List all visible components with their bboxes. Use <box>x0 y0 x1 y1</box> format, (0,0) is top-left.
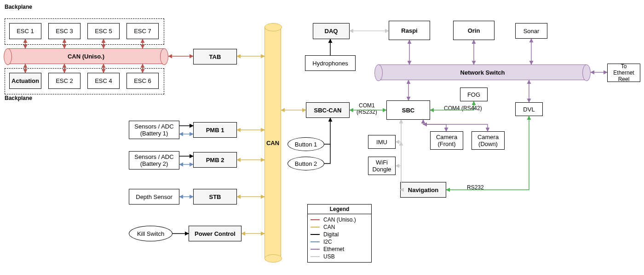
legend-label-5: USB <box>323 253 335 260</box>
backplane-label-top: Backplane <box>5 4 32 10</box>
button1-node: Button 1 <box>288 137 324 151</box>
ethernet-reel-node: To Ethernet Reel <box>607 64 640 82</box>
can-uniso-bus: CAN (Uniso.) <box>4 48 168 64</box>
rs232-label: RS232 <box>467 184 484 191</box>
tab-node: TAB <box>193 49 237 64</box>
legend-label-0: CAN (Uniso.) <box>323 216 356 223</box>
esc3-node: ESC 3 <box>48 23 80 39</box>
daq-node: DAQ <box>313 23 350 39</box>
esc4-node: ESC 4 <box>87 73 120 89</box>
power-control-node: Power Control <box>189 226 242 241</box>
sonar-node: Sonar <box>515 23 547 39</box>
can-label: CAN <box>266 140 279 146</box>
dvl-node: DVL <box>515 102 543 116</box>
esc1-node: ESC 1 <box>9 23 41 39</box>
com4-label: COM4 (RS442) <box>444 105 482 111</box>
hydrophones-node: Hydrophones <box>305 55 356 71</box>
actuation-node: Actuation <box>9 73 41 89</box>
fog-node: FOG <box>460 88 488 101</box>
depth-sensor-node: Depth Sensor <box>129 189 179 205</box>
kill-switch-node: Kill Switch <box>129 226 172 241</box>
esc2-node: ESC 2 <box>48 73 80 89</box>
pmb1-node: PMB 1 <box>193 122 237 138</box>
legend-swatch-0 <box>310 219 320 220</box>
legend-label-3: I2C <box>323 239 332 245</box>
legend-label-1: CAN <box>323 224 335 230</box>
backplane-label-bottom: Backplane <box>5 95 32 101</box>
esc6-node: ESC 6 <box>126 73 159 89</box>
com1-label: COM1 (RS232) <box>356 102 377 115</box>
button2-node: Button 2 <box>288 157 324 170</box>
sbc-node: SBC <box>386 100 430 120</box>
legend-label-2: Digital <box>323 231 339 238</box>
camera-front-node: Camera (Front) <box>430 131 463 150</box>
legend-swatch-4 <box>310 249 320 250</box>
imu-node: IMU <box>368 135 396 149</box>
sbc-can-node: SBC-CAN <box>306 102 350 118</box>
legend-swatch-2 <box>310 234 320 235</box>
legend-label-4: Ethernet <box>323 246 344 252</box>
navigation-node: Navigation <box>400 182 446 198</box>
legend-swatch-3 <box>310 241 320 242</box>
legend-box: Legend CAN (Uniso.) CAN Digital I2C Ethe… <box>307 204 372 263</box>
sensors-adc1-node: Sensors / ADC (Battery 1) <box>129 121 179 139</box>
sensors-adc2-node: Sensors / ADC (Battery 2) <box>129 151 179 170</box>
esc5-node: ESC 5 <box>87 23 120 39</box>
network-switch-label: Network Switch <box>460 69 505 76</box>
legend-title: Legend <box>308 205 371 214</box>
network-switch-bus: Network Switch <box>374 64 591 80</box>
esc7-node: ESC 7 <box>126 23 159 39</box>
raspi-node: Raspi <box>389 21 430 40</box>
can-uniso-label: CAN (Uniso.) <box>68 53 104 60</box>
pmb2-node: PMB 2 <box>193 152 237 168</box>
camera-down-node: Camera (Down) <box>472 131 505 150</box>
stb-node: STB <box>193 189 237 205</box>
legend-swatch-1 <box>310 227 320 228</box>
legend-swatch-5 <box>310 256 320 257</box>
wifi-dongle-node: WiFi Dongle <box>368 157 396 175</box>
can-bus: CAN <box>264 23 281 263</box>
orin-node: Orin <box>453 21 494 40</box>
